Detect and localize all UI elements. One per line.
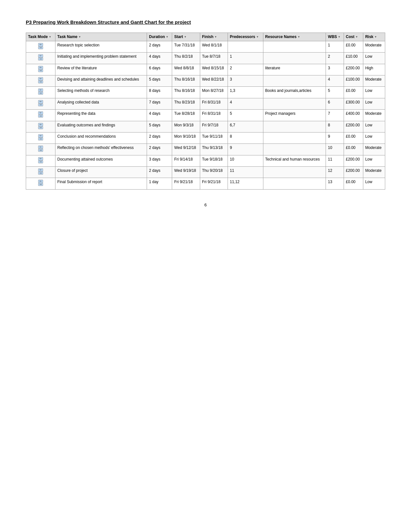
task-mode-icon (38, 77, 43, 85)
risk-cell: Moderate (363, 167, 385, 178)
resource-names-cell (263, 41, 326, 52)
predecessors-cell: 5 (228, 110, 263, 121)
resource-names-cell (263, 121, 326, 132)
task-name-cell: Representing the data (55, 110, 147, 121)
cost-cell: £400.00 (344, 110, 363, 121)
finish-cell: Tue 8/7/18 (200, 53, 228, 64)
predecessors-cell: 2 (228, 64, 263, 75)
finish-cell: Thu 9/13/18 (200, 144, 228, 155)
task-mode-cell (26, 121, 55, 132)
task-mode-cell (26, 87, 55, 98)
table-row: Reflecting on chosen methods' effectiven… (26, 144, 385, 155)
task-name-cell: Selecting methods of research (55, 87, 147, 98)
task-mode-cell (26, 155, 55, 166)
risk-cell: Low (363, 178, 385, 189)
task-mode-cell (26, 41, 55, 52)
wbs-cell: 1 (326, 41, 344, 52)
task-name-cell: Devising and attaining deadlines and sch… (55, 75, 147, 86)
task-mode-icon (38, 65, 43, 74)
th-taskname: Task Name ▼ (55, 33, 147, 41)
duration-cell: 4 days (147, 110, 172, 121)
task-mode-icon (38, 134, 43, 142)
resource-names-cell (263, 144, 326, 155)
duration-cell: 4 days (147, 53, 172, 64)
risk-cell: Moderate (363, 144, 385, 155)
task-mode-cell (26, 167, 55, 178)
resource-names-cell: literature (263, 64, 326, 75)
task-mode-cell (26, 64, 55, 75)
finish-cell: Fri 9/7/18 (200, 121, 228, 132)
predecessors-cell: 6,7 (228, 121, 263, 132)
task-mode-icon (38, 88, 43, 96)
task-name-cell: Evaluating outcomes and findings (55, 121, 147, 132)
start-cell: Mon 9/10/18 (172, 132, 200, 143)
wbs-cell: 4 (326, 75, 344, 86)
task-mode-cell (26, 110, 55, 121)
task-mode-icon (38, 123, 43, 131)
risk-cell: Moderate (363, 110, 385, 121)
table-row: Review of the literature6 daysWed 8/8/18… (26, 64, 385, 75)
task-name-cell: Reflecting on chosen methods' effectiven… (55, 144, 147, 155)
wbs-cell: 5 (326, 87, 344, 98)
task-mode-icon (38, 179, 43, 188)
start-cell: Fri 9/14/18 (172, 155, 200, 166)
risk-cell: High (363, 64, 385, 75)
risk-cell: Moderate (363, 75, 385, 86)
finish-cell: Wed 8/15/18 (200, 64, 228, 75)
wbs-cell: 7 (326, 110, 344, 121)
th-cost: Cost ▼ (344, 33, 363, 41)
finish-cell: Tue 9/11/18 (200, 132, 228, 143)
cost-cell: £200.00 (344, 155, 363, 166)
task-name-cell: Review of the literature (55, 64, 147, 75)
cost-cell: £200.00 (344, 64, 363, 75)
wbs-cell: 12 (326, 167, 344, 178)
predecessors-cell: 11,12 (228, 178, 263, 189)
duration-cell: 2 days (147, 167, 172, 178)
duration-cell: 2 days (147, 41, 172, 52)
start-cell: Tue 8/28/18 (172, 110, 200, 121)
duration-cell: 2 days (147, 132, 172, 143)
start-cell: Thu 8/16/18 (172, 75, 200, 86)
finish-cell: Mon 8/27/18 (200, 87, 228, 98)
page-title: P3 Preparing Work Breakdown Structure an… (26, 19, 385, 25)
table-row: Initiating and implementing problem stat… (26, 53, 385, 64)
risk-cell: Moderate (363, 41, 385, 52)
task-name-cell: Initiating and implementing problem stat… (55, 53, 147, 64)
th-wbs: WBS ▼ (326, 33, 344, 41)
cost-cell: £200.00 (344, 167, 363, 178)
start-cell: Tue 7/31/18 (172, 41, 200, 52)
th-duration: Duration ▼ (147, 33, 172, 41)
task-mode-icon (38, 145, 43, 153)
cost-cell: £300.00 (344, 98, 363, 109)
th-risk: Risk ▼ (363, 33, 385, 41)
finish-cell: Wed 8/22/18 (200, 75, 228, 86)
table-row: Conclusion and recommendations2 daysMon … (26, 132, 385, 143)
finish-cell: Tue 9/18/18 (200, 155, 228, 166)
start-cell: Fri 9/21/18 (172, 178, 200, 189)
risk-cell: Low (363, 121, 385, 132)
risk-cell: Low (363, 53, 385, 64)
table-wrapper: Task Mode ▼ Task Name ▼ Duration ▼ Start… (26, 33, 385, 190)
task-mode-icon (38, 43, 43, 51)
predecessors-cell: 10 (228, 155, 263, 166)
cost-cell: £0.00 (344, 132, 363, 143)
cost-cell: £0.00 (344, 178, 363, 189)
start-cell: Thu 8/2/18 (172, 53, 200, 64)
resource-names-cell: Project managers (263, 110, 326, 121)
task-name-cell: Final Submission of report (55, 178, 147, 189)
wbs-cell: 10 (326, 144, 344, 155)
duration-cell: 8 days (147, 87, 172, 98)
table-row: Evaluating outcomes and findings5 daysMo… (26, 121, 385, 132)
risk-cell: Low (363, 132, 385, 143)
table-row: Final Submission of report1 dayFri 9/21/… (26, 178, 385, 189)
task-mode-icon (38, 111, 43, 119)
table-row: Selecting methods of research8 daysThu 8… (26, 87, 385, 98)
finish-cell: Fri 9/21/18 (200, 178, 228, 189)
resource-names-cell (263, 132, 326, 143)
table-row: Analysing collected data7 daysThu 8/23/1… (26, 98, 385, 109)
wbs-cell: 13 (326, 178, 344, 189)
duration-cell: 3 days (147, 155, 172, 166)
task-name-cell: Analysing collected data (55, 98, 147, 109)
table-row: Documenting attained outcomes3 daysFri 9… (26, 155, 385, 166)
duration-cell: 7 days (147, 98, 172, 109)
